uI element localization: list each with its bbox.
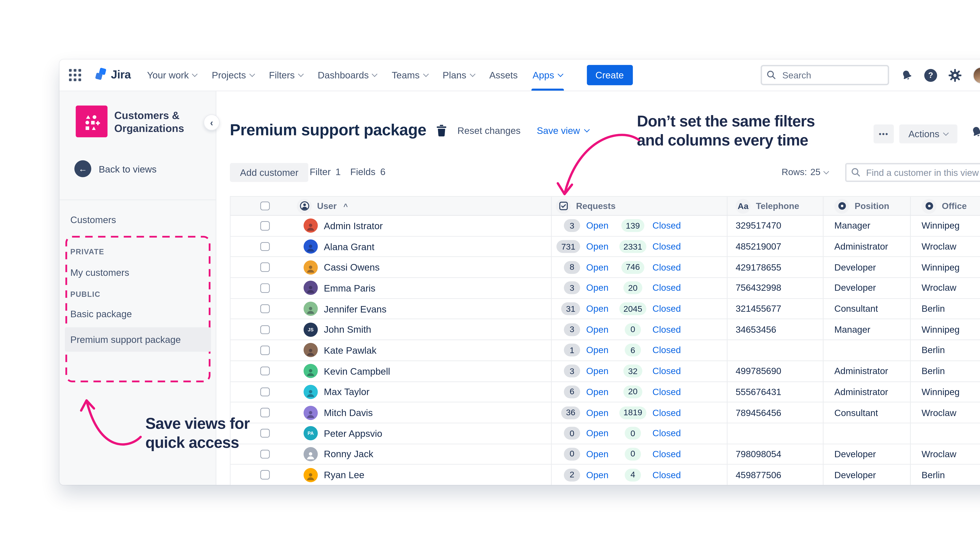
closed-requests-link[interactable]: Closed <box>652 324 681 335</box>
closed-requests-link[interactable]: Closed <box>652 304 681 314</box>
app-switcher-icon[interactable] <box>69 69 81 81</box>
column-header-telephone[interactable]: Aa Telephone <box>727 197 823 215</box>
column-label: Office <box>942 201 967 211</box>
global-search-input[interactable] <box>760 65 889 85</box>
closed-requests-link[interactable]: Closed <box>652 262 681 272</box>
actions-button[interactable]: Actions <box>899 124 958 144</box>
customer-name: Max Taylor <box>324 386 369 397</box>
nav-item-assets[interactable]: Assets <box>489 60 518 91</box>
closed-requests-link[interactable]: Closed <box>652 470 681 480</box>
row-checkbox[interactable] <box>260 408 269 417</box>
row-checkbox[interactable] <box>260 429 269 438</box>
select-all-checkbox[interactable] <box>260 201 269 211</box>
closed-requests-link[interactable]: Closed <box>652 366 681 376</box>
nav-item-projects[interactable]: Projects <box>212 60 254 91</box>
office-value: Winnipeg <box>921 221 959 231</box>
sidebar-collapse-button[interactable]: ‹ <box>204 114 220 131</box>
open-requests-link[interactable]: Open <box>586 304 613 314</box>
nav-item-apps[interactable]: Apps <box>533 60 562 91</box>
row-checkbox[interactable] <box>260 387 269 396</box>
closed-requests-link[interactable]: Closed <box>652 242 681 252</box>
user-avatar[interactable] <box>973 67 980 83</box>
open-requests-link[interactable]: Open <box>586 283 613 293</box>
row-checkbox[interactable] <box>260 367 269 376</box>
rows-per-page-select[interactable]: Rows: 25 <box>782 167 828 177</box>
row-checkbox[interactable] <box>260 263 269 272</box>
open-requests-link[interactable]: Open <box>586 366 613 376</box>
open-requests-link[interactable]: Open <box>586 449 613 459</box>
help-icon[interactable]: ? <box>924 69 937 81</box>
open-requests-link[interactable]: Open <box>586 407 613 418</box>
text-field-column-icon: Aa <box>736 198 751 213</box>
save-view-button[interactable]: Save view <box>537 125 589 136</box>
closed-requests-link[interactable]: Closed <box>652 407 681 418</box>
office-value: Berlin <box>921 366 945 376</box>
jira-logo[interactable]: Jira <box>93 68 131 83</box>
row-checkbox[interactable] <box>260 325 269 334</box>
open-requests-link[interactable]: Open <box>586 221 613 231</box>
nav-item-plans[interactable]: Plans <box>442 60 474 91</box>
open-requests-link[interactable]: Open <box>586 470 613 480</box>
open-requests-link[interactable]: Open <box>586 345 613 356</box>
table-body: Admin Istrator3Open139Closed329517470Man… <box>231 216 980 485</box>
delete-view-trash-icon[interactable] <box>436 124 447 136</box>
add-customer-button[interactable]: Add customer <box>230 163 309 182</box>
column-header-user[interactable]: User ^ <box>271 197 551 215</box>
nav-item-teams[interactable]: Teams <box>392 60 428 91</box>
open-requests-link[interactable]: Open <box>586 428 613 439</box>
closed-count-badge: 2331 <box>619 240 646 253</box>
notifications-bell-icon[interactable] <box>899 67 915 83</box>
row-checkbox[interactable] <box>260 346 269 355</box>
filter-label: Filter <box>310 166 331 177</box>
column-header-requests[interactable]: Requests <box>551 197 727 215</box>
sidebar-item-my-customers[interactable]: My customers <box>70 267 211 278</box>
office-value: Wroclaw <box>921 449 956 459</box>
closed-requests-link[interactable]: Closed <box>652 221 681 231</box>
office-value: Winnipeg <box>921 324 959 335</box>
nav-item-dashboards[interactable]: Dashboards <box>318 60 377 91</box>
filter-count: 1 <box>336 166 340 177</box>
nav-item-filters[interactable]: Filters <box>269 60 303 91</box>
open-requests-link[interactable]: Open <box>586 387 613 397</box>
sidebar-item-basic-package[interactable]: Basic package <box>70 308 211 319</box>
view-notifications-bell-icon[interactable] <box>969 123 980 142</box>
open-requests-link[interactable]: Open <box>586 324 613 335</box>
row-checkbox[interactable] <box>260 304 269 314</box>
open-count-badge: 0 <box>564 427 580 440</box>
sidebar-item-premium-support-package[interactable]: Premium support package <box>65 327 211 352</box>
closed-requests-link[interactable]: Closed <box>652 387 681 397</box>
customer-name: Ryan Lee <box>324 469 364 480</box>
create-button[interactable]: Create <box>587 65 633 85</box>
column-header-office[interactable]: Office <box>910 197 980 215</box>
row-checkbox[interactable] <box>260 284 269 293</box>
top-nav: Jira Your workProjectsFiltersDashboardsT… <box>60 60 980 91</box>
settings-gear-icon[interactable] <box>949 69 962 81</box>
reset-changes-button[interactable]: Reset changes <box>457 125 520 136</box>
filter-button[interactable]: Filter 1 <box>310 166 340 177</box>
fields-button[interactable]: Fields 6 <box>350 166 385 177</box>
closed-requests-link[interactable]: Closed <box>652 428 681 439</box>
find-customer-input[interactable] <box>845 163 980 182</box>
closed-count-badge: 32 <box>624 365 642 378</box>
more-options-button[interactable]: ••• <box>873 124 894 144</box>
chevron-down-icon <box>584 126 590 132</box>
position-value: Manager <box>834 221 870 231</box>
sidebar-item-customers[interactable]: Customers <box>70 214 116 225</box>
open-requests-link[interactable]: Open <box>586 242 613 252</box>
row-avatar <box>304 239 318 254</box>
row-checkbox[interactable] <box>260 470 269 480</box>
closed-requests-link[interactable]: Closed <box>652 345 681 356</box>
closed-requests-link[interactable]: Closed <box>652 449 681 459</box>
column-header-position[interactable]: Position <box>823 197 910 215</box>
row-checkbox[interactable] <box>260 450 269 459</box>
back-to-views[interactable]: ← Back to views <box>74 160 156 177</box>
row-checkbox[interactable] <box>260 242 269 251</box>
row-avatar: PA <box>304 426 318 440</box>
open-requests-link[interactable]: Open <box>586 262 613 272</box>
open-count-badge: 0 <box>564 448 580 461</box>
customer-name: Cassi Owens <box>324 262 379 273</box>
option-column-icon <box>921 198 937 213</box>
closed-requests-link[interactable]: Closed <box>652 283 681 293</box>
nav-item-your-work[interactable]: Your work <box>147 60 197 91</box>
row-checkbox[interactable] <box>260 221 269 230</box>
